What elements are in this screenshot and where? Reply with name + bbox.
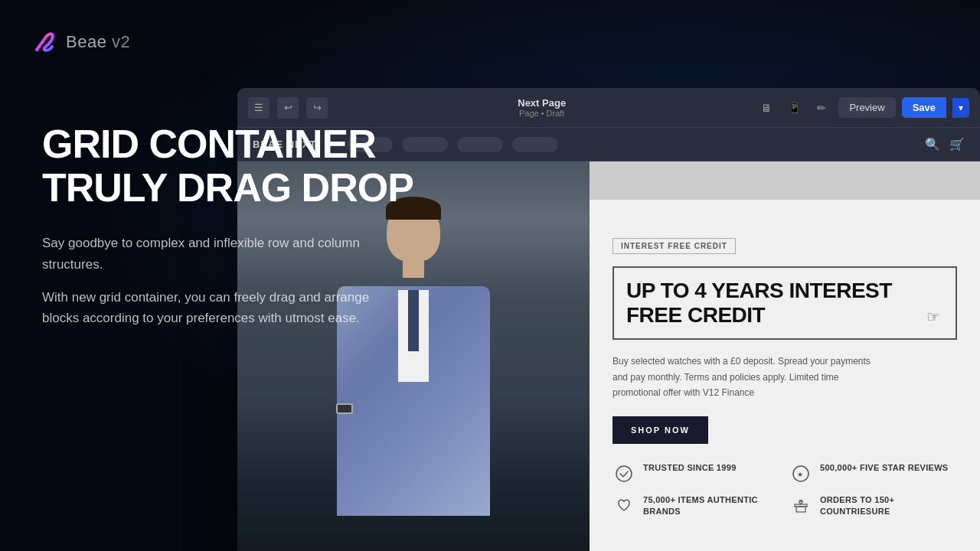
trust-text-4: ORDERS TO 150+ COUNTRIESURE [820, 494, 957, 518]
left-content: GRID CONTAINER TRULY DRAG DROP Say goodb… [42, 122, 413, 341]
trust-item-1: TRUSTED SINCE 1999 [612, 462, 780, 485]
toolbar-page-title: Next Page [518, 97, 566, 109]
promo-body: Buy selected watches with a £0 deposit. … [612, 354, 888, 400]
search-nav-icon[interactable]: 🔍 [925, 137, 940, 152]
nav-right-icons: 🔍 🛒 [925, 137, 965, 152]
svg-rect-4 [796, 507, 805, 512]
preview-button[interactable]: Preview [838, 97, 895, 118]
save-dropdown-button[interactable]: ▾ [952, 98, 969, 118]
trust-text-3: 75,000+ ITEMS AUTHENTIC BRANDS [643, 494, 780, 518]
cursor-icon: ☞ [926, 308, 940, 326]
promo-panel: INTEREST FREE CREDIT UP TO 4 YEARS INTER… [590, 161, 980, 551]
trust-item-4: ORDERS TO 150+ COUNTRIESURE [789, 494, 957, 518]
promo-title-box[interactable]: UP TO 4 YEARS INTEREST FREE CREDIT ☞ [612, 266, 957, 340]
shop-now-button[interactable]: SHOP NOW [612, 416, 708, 444]
toolbar-title-area: Next Page Page • Draft [335, 97, 748, 118]
menu-button[interactable]: ☰ [248, 97, 270, 119]
paint-icon[interactable]: ✏ [811, 97, 832, 119]
trust-grid: TRUSTED SINCE 1999 ★ 500,000+ FIVE STAR … [612, 462, 957, 518]
toolbar-page-sub: Page • Draft [519, 109, 565, 118]
trust-text-2: 500,000+ FIVE STAR REVIEWS [820, 462, 948, 474]
cart-nav-icon[interactable]: 🛒 [949, 137, 965, 152]
promo-content: INTEREST FREE CREDIT UP TO 4 YEARS INTER… [590, 215, 980, 551]
toolbar-right: 🖥 📱 ✏ Preview Save ▾ [756, 97, 969, 119]
trusted-icon [612, 462, 635, 485]
trust-item-2: ★ 500,000+ FIVE STAR REVIEWS [789, 462, 957, 485]
heart-icon [612, 494, 635, 517]
trust-text-1: TRUSTED SINCE 1999 [643, 462, 737, 474]
svg-point-0 [616, 466, 632, 481]
redo-button[interactable]: ↪ [306, 97, 328, 119]
description-1: Say goodbye to complex and inflexible ro… [42, 233, 410, 274]
desktop-icon[interactable]: 🖥 [756, 97, 777, 119]
nav-pill-4 [512, 137, 558, 152]
description-2: With new grid container, you can freely … [42, 287, 410, 328]
interest-badge: INTEREST FREE CREDIT [612, 238, 736, 254]
undo-button[interactable]: ↩ [277, 97, 299, 119]
promo-top-image [590, 161, 980, 200]
logo-area: Beae v2 [31, 28, 130, 56]
gift-icon [789, 494, 812, 517]
trust-item-3: 75,000+ ITEMS AUTHENTIC BRANDS [612, 494, 780, 518]
header: Beae v2 [0, 0, 980, 84]
mobile-icon[interactable]: 📱 [783, 97, 805, 119]
nav-pill-3 [457, 137, 503, 152]
main-title: GRID CONTAINER TRULY DRAG DROP [42, 122, 413, 210]
logo-text: Beae v2 [66, 32, 130, 52]
svg-text:★: ★ [797, 471, 803, 478]
save-button[interactable]: Save [902, 97, 946, 118]
model-watch [336, 403, 353, 414]
logo-icon [31, 28, 58, 56]
star-icon: ★ [789, 462, 812, 485]
promo-title: UP TO 4 YEARS INTEREST FREE CREDIT [626, 279, 943, 328]
